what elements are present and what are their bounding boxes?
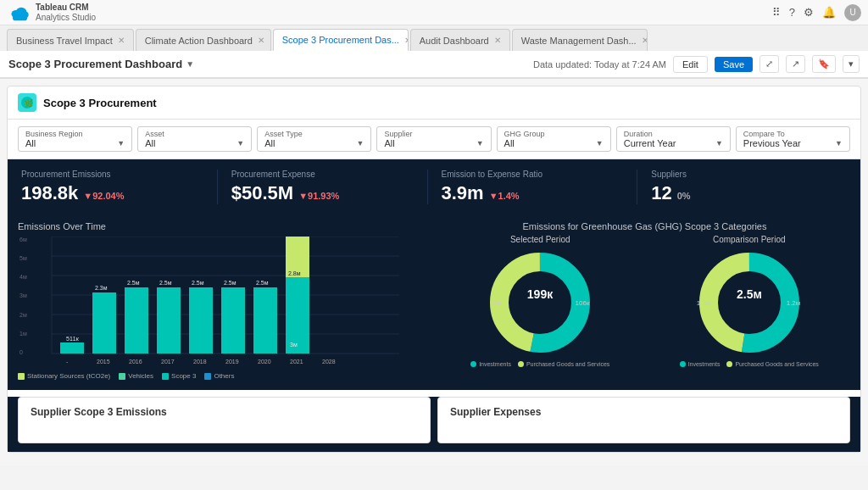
donut-selected-title: Selected Period	[510, 235, 570, 244]
metric-value-text: 12	[651, 182, 671, 204]
metric-value-text: 3.9m	[442, 182, 484, 204]
supplier-expenses-panel: Supplier Expenses	[437, 397, 850, 443]
metric-change: ▼92.04%	[83, 191, 124, 201]
tab-close[interactable]: ✕	[494, 36, 501, 45]
app-subtitle: Analytics Studio	[36, 13, 96, 23]
svg-rect-33	[253, 287, 277, 354]
fullscreen-button[interactable]: ⤢	[760, 55, 779, 73]
donut-comparison-title: Comparison Period	[713, 235, 786, 244]
svg-text:🌿: 🌿	[24, 98, 34, 109]
breadcrumb: Scope 3 Procurement Dashboard ▼	[8, 58, 194, 70]
svg-text:2.8м: 2.8м	[288, 270, 301, 276]
filter-asset-type[interactable]: Asset Type All ▼	[257, 126, 371, 152]
metric-change: ▼1.4%	[489, 191, 520, 201]
dashboard-panel: 🌿 Scope 3 Procurement Business Region Al…	[7, 86, 861, 453]
tab-audit[interactable]: Audit Dashboard ✕	[410, 29, 510, 51]
tab-waste[interactable]: Waste Management Dash... ✕	[512, 29, 648, 51]
help-icon[interactable]: ?	[789, 6, 795, 19]
settings-icon[interactable]: ⚙	[804, 6, 814, 19]
tab-label: Waste Management Dash...	[521, 36, 637, 46]
svg-text:1.2м: 1.2м	[786, 299, 800, 307]
bar-chart-svg: 511к - 2.3м 2015 2.5м 2016 2.5м 201	[35, 237, 399, 368]
ghg-title: Emissions for Greenhouse Gas (GHG) Scope…	[439, 221, 850, 231]
svg-text:★: ★	[8, 16, 14, 22]
tab-close[interactable]: ✕	[404, 36, 409, 45]
svg-text:93к: 93к	[491, 299, 502, 307]
svg-text:106к: 106к	[576, 299, 590, 307]
donut-selected: Selected Period 199к 93к	[439, 235, 642, 367]
metric-value-text: $50.5M	[231, 182, 293, 204]
tab-label: Scope 3 Procurement Das...	[282, 35, 399, 45]
apps-icon[interactable]: ⠿	[772, 6, 781, 19]
app-logo: ★ Tableau CRM Analytics Studio	[7, 1, 96, 25]
legend-others: Others	[204, 372, 234, 380]
svg-text:511к: 511к	[66, 336, 80, 342]
bar-chart-legend: Stationary Sources (tCO2e) Vehicles Scop…	[18, 372, 429, 380]
user-avatar[interactable]: U	[844, 4, 861, 21]
filter-duration[interactable]: Duration Current Year ▼	[616, 126, 731, 152]
donut-pair: Selected Period 199к 93к	[439, 235, 850, 367]
notifications-icon[interactable]: 🔔	[822, 6, 836, 19]
chrome-icons: ⠿ ? ⚙ 🔔 U	[772, 4, 861, 21]
svg-text:2.5м: 2.5м	[737, 287, 762, 301]
svg-text:1.3м: 1.3м	[696, 299, 710, 307]
donut-comparison-svg: 2.5м 1.3м 1.2м	[690, 248, 809, 358]
dropdown-arrow-icon[interactable]: ▼	[186, 59, 194, 69]
bar-chart-title: Emissions Over Time	[18, 221, 429, 231]
svg-text:2021: 2021	[290, 359, 303, 365]
filter-asset[interactable]: Asset All ▼	[137, 126, 252, 152]
svg-text:-: -	[66, 359, 69, 365]
panel-icon: 🌿	[18, 93, 36, 112]
svg-rect-15	[60, 342, 84, 354]
filter-supplier[interactable]: Supplier All ▼	[376, 126, 491, 152]
panel-header: 🌿 Scope 3 Procurement	[8, 86, 860, 120]
tab-climate-action[interactable]: Climate Action Dashboard ✕	[136, 29, 271, 51]
svg-rect-24	[157, 287, 181, 354]
svg-text:2015: 2015	[97, 359, 110, 365]
metric-emission-expense-ratio: Emission to Expense Ratio 3.9m ▼1.4%	[428, 170, 638, 204]
tab-close[interactable]: ✕	[258, 36, 264, 45]
svg-text:199к: 199к	[527, 287, 554, 301]
metric-change: 0%	[677, 191, 691, 201]
filter-ghg-group[interactable]: GHG Group All ▼	[497, 126, 611, 152]
metric-change: ▼91.93%	[298, 191, 339, 201]
filter-business-region[interactable]: Business Region All ▼	[18, 126, 132, 152]
charts-row: Emissions Over Time 6м 5м 4м 3м 2м 1м 0	[8, 214, 860, 390]
tab-label: Audit Dashboard	[420, 36, 489, 46]
svg-rect-3	[13, 15, 27, 20]
metric-value-text: 198.8k	[21, 182, 78, 204]
donut-selected-legend: Investments Purchased Goods and Services	[470, 361, 609, 367]
svg-text:2.5м: 2.5м	[192, 280, 204, 286]
svg-text:2019: 2019	[225, 359, 239, 365]
bookmark-button[interactable]: 🔖	[812, 55, 836, 73]
svg-text:3м: 3м	[290, 342, 298, 348]
tabs-row: Business Travel Impact ✕ Climate Action …	[0, 25, 868, 51]
svg-rect-21	[125, 287, 148, 354]
data-updated-text: Data updated: Today at 7:24 AM	[533, 59, 666, 70]
tab-scope3[interactable]: Scope 3 Procurement Das... ✕	[273, 29, 409, 51]
save-button[interactable]: Save	[715, 57, 753, 72]
main-content: 🌿 Scope 3 Procurement Business Region Al…	[0, 79, 868, 465]
metric-procurement-emissions: Procurement Emissions 198.8k ▼92.04%	[21, 170, 218, 204]
svg-text:2.5м: 2.5м	[127, 280, 140, 286]
supplier-expenses-title: Supplier Expenses	[450, 406, 541, 418]
header-actions: Data updated: Today at 7:24 AM Edit Save…	[533, 55, 860, 73]
donut-comparison-legend: Investments Purchased Goods and Services	[680, 361, 819, 367]
tab-label: Climate Action Dashboard	[145, 36, 253, 46]
svg-text:2028: 2028	[322, 359, 336, 365]
svg-text:2.5м: 2.5м	[224, 280, 236, 286]
more-button[interactable]: ▾	[843, 55, 860, 73]
tab-close[interactable]: ✕	[642, 36, 648, 45]
filter-compare-to[interactable]: Compare To Previous Year ▼	[736, 126, 850, 152]
edit-button[interactable]: Edit	[673, 56, 708, 73]
supplier-scope3-panel: Supplier Scope 3 Emissions	[18, 397, 431, 443]
legend-scope3: Scope 3	[162, 372, 196, 380]
svg-text:2.5м: 2.5м	[256, 280, 269, 286]
tab-close[interactable]: ✕	[118, 36, 125, 45]
tab-business-travel[interactable]: Business Travel Impact ✕	[7, 29, 134, 51]
ghg-chart-section: Emissions for Greenhouse Gas (GHG) Scope…	[439, 221, 850, 380]
share-button[interactable]: ↗	[786, 55, 805, 73]
app-name: Tableau CRM	[36, 3, 96, 13]
filters-row: Business Region All ▼ Asset All ▼ Asset …	[8, 120, 860, 159]
legend-stationary: Stationary Sources (tCO2e)	[18, 372, 110, 380]
